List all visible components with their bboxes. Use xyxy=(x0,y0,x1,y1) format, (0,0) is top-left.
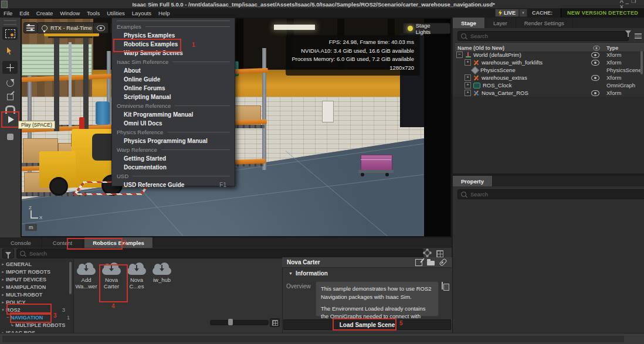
move-tool-button[interactable] xyxy=(2,61,18,74)
expand-icon[interactable]: + xyxy=(465,90,471,96)
card-size-slider[interactable] xyxy=(210,320,269,325)
expand-icon[interactable]: + xyxy=(465,59,471,66)
menu-item-usd-reference-guide[interactable]: USD Reference GuideF1 xyxy=(112,180,235,189)
stage-lights-button[interactable]: Stage Lights xyxy=(403,23,450,34)
stats-fps: FPS: 24.98, Frame time: 40.03 ms xyxy=(292,38,414,47)
menu-item-online-guide[interactable]: Online Guide xyxy=(112,75,235,84)
select-tool-button[interactable] xyxy=(2,45,18,57)
options-icon[interactable] xyxy=(635,33,642,39)
menu-section-examples: Examples xyxy=(112,22,235,31)
menu-create[interactable]: Create xyxy=(33,10,57,16)
category-multi-robot[interactable]: ▸MULTI-ROBOT xyxy=(0,291,73,298)
viewport-settings-button[interactable] xyxy=(23,22,38,33)
menu-file[interactable]: File xyxy=(0,10,16,16)
scale-tool-button[interactable] xyxy=(2,90,18,103)
axis-gizmo[interactable]: Z X xyxy=(28,205,45,223)
stage-search-input[interactable] xyxy=(469,32,625,40)
live-dropdown-button[interactable]: ▾ xyxy=(519,9,527,17)
menu-section-usd: USD xyxy=(112,172,235,180)
category-manipulation[interactable]: ▸MANIPULATION xyxy=(0,283,73,291)
tab-render-settings[interactable]: Render Settings xyxy=(516,18,573,28)
axis-x-line xyxy=(30,217,38,219)
stop-button[interactable] xyxy=(2,130,18,143)
tab-console[interactable]: Console xyxy=(0,237,42,248)
visibility-icon[interactable] xyxy=(591,75,599,81)
menu-tools[interactable]: Tools xyxy=(83,10,103,16)
expand-icon[interactable]: + xyxy=(465,74,471,81)
menu-edit[interactable]: Edit xyxy=(16,10,32,16)
stage-row-ros-clock[interactable]: + ROS_Clock OmniGraph xyxy=(453,81,644,89)
stage-search[interactable] xyxy=(457,31,629,41)
edit-icon[interactable] xyxy=(415,259,422,266)
visibility-menu-button[interactable] xyxy=(93,22,109,33)
visibility-icon[interactable] xyxy=(591,90,599,96)
property-search[interactable] xyxy=(457,189,644,199)
menu-item-getting-started[interactable]: Getting Started xyxy=(112,154,235,163)
stage-row-warehouse-with-forklifts[interactable]: + warehouse_with_forklifts Xform xyxy=(453,59,644,66)
tab-stage[interactable]: Stage xyxy=(453,18,485,28)
cart-box-line xyxy=(361,159,391,160)
tab-property[interactable]: Property xyxy=(453,176,493,186)
menu-help[interactable]: Help xyxy=(155,10,174,16)
status-message-area xyxy=(2,336,624,342)
stage-lights-icon xyxy=(408,26,413,31)
link-icon[interactable] xyxy=(439,258,447,266)
stage-row-world[interactable]: − World (defaultPrim) Xform xyxy=(453,51,644,59)
cursor-icon xyxy=(7,47,13,55)
rotate-tool-button[interactable] xyxy=(2,76,18,89)
tab-layer[interactable]: Layer xyxy=(485,18,516,28)
menu-item-omni-ui-docs[interactable]: Omni UI Docs xyxy=(112,119,235,128)
menu-item-physics-programming-manual[interactable]: Physics Programming Manual xyxy=(112,137,235,145)
grid-view-icon[interactable] xyxy=(436,250,443,257)
information-section-header[interactable]: ▼ Information xyxy=(289,270,328,277)
property-search-input[interactable] xyxy=(469,190,642,198)
stage-row-physicsscene[interactable]: PhysicsScene PhysicsScene xyxy=(453,66,644,74)
menu-item-about[interactable]: About xyxy=(112,66,235,75)
move-icon xyxy=(6,64,14,71)
menu-utilities[interactable]: Utilities xyxy=(103,10,128,16)
category-general[interactable]: ▸GENERAL xyxy=(0,260,73,268)
cloud-download-icon xyxy=(77,267,96,275)
physics-scene-icon xyxy=(471,66,479,74)
sample-card-iw-hub[interactable]: iw_hub xyxy=(149,262,175,283)
slider-handle[interactable] xyxy=(228,319,233,325)
toolbar-grip[interactable] xyxy=(4,20,16,25)
cart-wheel xyxy=(385,173,389,176)
category-isaac-ros[interactable]: ▸ISAAC ROS xyxy=(0,329,73,333)
menu-item-kit-programming-manual[interactable]: Kit Programming Manual xyxy=(112,110,235,119)
renderer-selector[interactable]: RTX - Real-Time ▾ xyxy=(37,22,101,33)
visibility-icon[interactable] xyxy=(591,60,599,66)
select-mode-button[interactable] xyxy=(2,27,18,40)
details-title: Nova Carter xyxy=(287,259,320,265)
restore-button[interactable]: ❐ xyxy=(631,0,636,4)
gear-icon[interactable] xyxy=(425,250,430,256)
live-sync-button[interactable]: LIVE xyxy=(495,9,519,17)
filter-icon[interactable] xyxy=(625,30,631,40)
category-scrollbar[interactable] xyxy=(69,262,72,294)
menu-item-documentation[interactable]: Documentation xyxy=(112,163,235,172)
folder-icon[interactable] xyxy=(427,261,435,265)
overview-text[interactable]: This sample demonstrates how to use ROS2… xyxy=(316,281,439,316)
stage-row-nova-carter-ros[interactable]: + Nova_Carter_ROS Xform xyxy=(453,89,644,97)
new-version-banner[interactable]: NEW VERSION DETECTED xyxy=(561,8,644,18)
category-import-robots[interactable]: ▸IMPORT ROBOTS xyxy=(0,268,73,275)
menu-item-online-forums[interactable]: Online Forums xyxy=(112,84,235,93)
viewport-3d-scene[interactable]: RTX - Real-Time ▾ Stage Lights FPS: 24.9… xyxy=(21,18,452,237)
collapse-icon[interactable]: − xyxy=(456,52,463,58)
font-size-button[interactable]: A xyxy=(620,0,624,4)
grid-size-button[interactable] xyxy=(270,318,280,327)
expand-icon[interactable]: + xyxy=(465,82,471,88)
visibility-icon[interactable] xyxy=(591,52,599,58)
filter-tree-button[interactable] xyxy=(2,248,14,258)
menu-item-scripting-manual[interactable]: Scripting Manual xyxy=(112,93,235,101)
menu-layouts[interactable]: Layouts xyxy=(128,10,155,16)
browser-search-input[interactable] xyxy=(28,250,420,257)
annotation-box-4 xyxy=(99,264,128,302)
sample-card-add-wheeled-robot[interactable]: Add Wa...wer xyxy=(73,262,99,289)
menu-window[interactable]: Window xyxy=(56,10,83,16)
stage-scrollbar[interactable] xyxy=(640,51,643,74)
category-input-devices[interactable]: ▸INPUT DEVICES xyxy=(0,275,73,283)
stage-row-warehouse-extras[interactable]: + warehouse_extras Xform xyxy=(453,74,644,81)
minimize-button[interactable]: _ xyxy=(626,0,629,4)
copy-icon[interactable] xyxy=(442,282,443,289)
